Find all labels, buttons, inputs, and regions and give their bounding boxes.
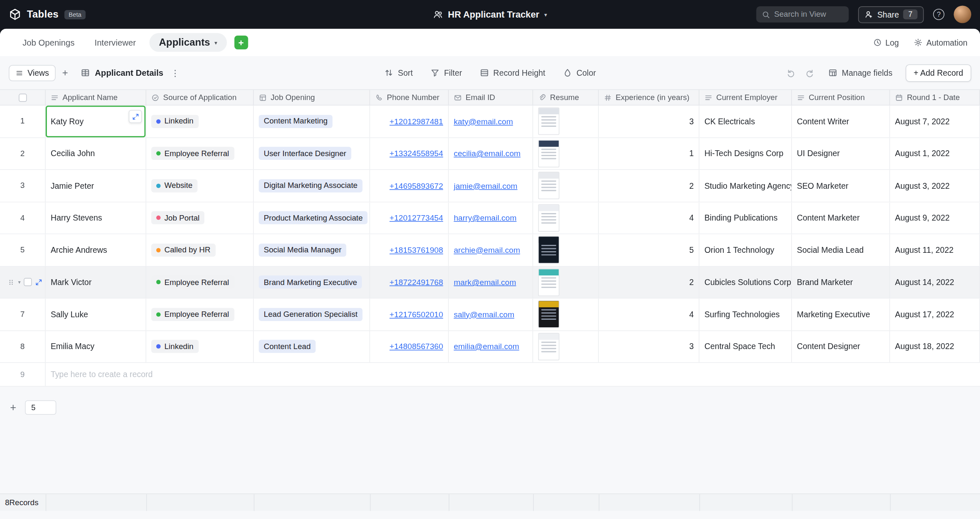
cell-job-opening[interactable]: User Interface Designer [254,138,370,169]
cell-round1-date[interactable]: August 3, 2022 [890,170,980,201]
phone-link[interactable]: +18722491768 [389,277,443,287]
column-header-round1-date[interactable]: Round 1 - Date [890,90,980,105]
cell-source-of-application[interactable]: Called by HR [146,234,254,266]
cell-current-employer[interactable]: Binding Publications [699,202,792,234]
phone-link[interactable]: +12176502010 [389,310,443,319]
cell-resume[interactable] [533,298,599,330]
cell-email-id[interactable]: katy@email.com [449,105,533,137]
cell-email-id[interactable]: sally@email.com [449,298,533,330]
column-header-experience[interactable]: Experience (in years) [599,90,699,105]
cell-round1-date[interactable]: August 14, 2022 [890,266,980,298]
tab-interviewer[interactable]: Interviewer [85,38,146,47]
search-box[interactable] [756,6,848,23]
cell-job-opening[interactable]: Social Media Manager [254,234,370,266]
cell-round1-date[interactable]: August 9, 2022 [890,202,980,234]
email-link[interactable]: cecilia@email.com [454,149,520,158]
cell-current-employer[interactable]: Central Space Tech [699,331,792,362]
add-rows-plus-button[interactable]: + [6,401,20,414]
cell-resume[interactable] [533,105,599,137]
row-number[interactable]: 1 [0,105,46,137]
cell-job-opening[interactable]: Digital Marketing Associate [254,170,370,201]
cell-experience[interactable]: 5 [599,234,699,266]
resume-thumbnail[interactable] [538,204,560,232]
column-header-source-of-application[interactable]: Source of Application [146,90,254,105]
phone-link[interactable]: +18153761908 [389,245,443,254]
cell-current-employer[interactable]: Hi-Tech Designs Corp [699,138,792,169]
cell-current-position[interactable]: UI Designer [792,138,890,169]
cell-applicant-name[interactable]: Sally Luke [46,298,146,330]
expand-record-icon[interactable] [35,278,43,286]
cell-resume[interactable] [533,234,599,266]
cell-job-opening[interactable]: Content Lead [254,331,370,362]
phone-link[interactable]: +14695893672 [389,181,443,190]
column-header-phone-number[interactable]: Phone Number [370,90,449,105]
cell-phone-number[interactable]: +12176502010 [370,298,449,330]
cell-phone-number[interactable]: +12012987481 [370,105,449,137]
cell-phone-number[interactable]: +18153761908 [370,234,449,266]
cell-phone-number[interactable]: +14808567360 [370,331,449,362]
cell-current-employer[interactable]: Studio Marketing Agency [699,170,792,201]
expand-record-button[interactable] [129,110,142,123]
tab-applicants[interactable]: Applicants ▾ [150,33,227,52]
cell-email-id[interactable]: cecilia@email.com [449,138,533,169]
cell-source-of-application[interactable]: Linkedin [146,105,254,137]
help-icon[interactable]: ? [933,9,944,20]
share-button[interactable]: Share 7 [858,6,923,23]
view-menu-icon[interactable]: ⋮ [171,68,180,78]
row-checkbox[interactable] [24,278,32,286]
cell-resume[interactable] [533,202,599,234]
tables-logo-icon[interactable] [9,8,21,21]
cell-resume[interactable] [533,331,599,362]
email-link[interactable]: emilia@email.com [454,342,519,351]
cell-current-employer[interactable]: Cubicles Solutions Corp [699,266,792,298]
cell-round1-date[interactable]: August 18, 2022 [890,331,980,362]
cell-resume[interactable] [533,138,599,169]
cell-email-id[interactable]: harry@email.com [449,202,533,234]
cell-round1-date[interactable]: August 7, 2022 [890,105,980,137]
tab-job-openings[interactable]: Job Openings [13,38,85,47]
cell-email-id[interactable]: mark@email.com [449,266,533,298]
resume-thumbnail[interactable] [538,268,560,296]
cell-current-position[interactable]: Brand Marketer [792,266,890,298]
cell-job-opening[interactable]: Lead Generation Specialist [254,298,370,330]
cell-current-employer[interactable]: CK Electricals [699,105,792,137]
email-link[interactable]: jamie@email.com [454,181,517,190]
log-button[interactable]: Log [873,38,899,47]
cell-current-position[interactable]: SEO Marketer [792,170,890,201]
cell-job-opening[interactable]: Product Marketing Associate [254,202,370,234]
cell-round1-date[interactable]: August 17, 2022 [890,298,980,330]
add-table-button[interactable]: + [234,36,248,49]
column-header-current-position[interactable]: Current Position [792,90,890,105]
column-header-email-id[interactable]: Email ID [449,90,533,105]
cell-job-opening[interactable]: Content Marketing [254,105,370,137]
email-link[interactable]: archie@email.com [454,245,520,254]
cell-resume[interactable] [533,266,599,298]
row-number[interactable]: 3 [0,170,46,201]
add-rows-count-input[interactable]: 5 [25,401,57,415]
new-record-row[interactable]: 9Type here to create a record [0,363,980,387]
email-link[interactable]: katy@email.com [454,117,513,126]
resume-thumbnail[interactable] [538,172,560,200]
cell-source-of-application[interactable]: Website [146,170,254,201]
add-record-button[interactable]: + Add Record [905,64,971,82]
cell-current-position[interactable]: Content Designer [792,331,890,362]
cell-current-position[interactable]: Content Writer [792,105,890,137]
cell-current-position[interactable]: Content Marketer [792,202,890,234]
resume-thumbnail[interactable] [538,236,560,264]
chevron-down-icon[interactable]: ▾ [18,279,21,285]
email-link[interactable]: harry@email.com [454,213,516,222]
cell-experience[interactable]: 3 [599,331,699,362]
column-header-applicant-name[interactable]: Applicant Name [46,90,146,105]
cell-current-position[interactable]: Social Media Lead [792,234,890,266]
cell-applicant-name[interactable]: Katy Roy [46,105,146,137]
cell-phone-number[interactable]: +12012773454 [370,202,449,234]
manage-fields-button[interactable]: Manage fields [828,68,892,77]
cell-source-of-application[interactable]: Employee Referral [146,298,254,330]
select-all-checkbox[interactable] [18,93,26,101]
cell-experience[interactable]: 4 [599,202,699,234]
resume-thumbnail[interactable] [538,140,560,167]
cell-phone-number[interactable]: +18722491768 [370,266,449,298]
cell-applicant-name[interactable]: Cecilia John [46,138,146,169]
column-header-job-opening[interactable]: Job Opening [254,90,370,105]
search-input[interactable] [774,10,843,19]
